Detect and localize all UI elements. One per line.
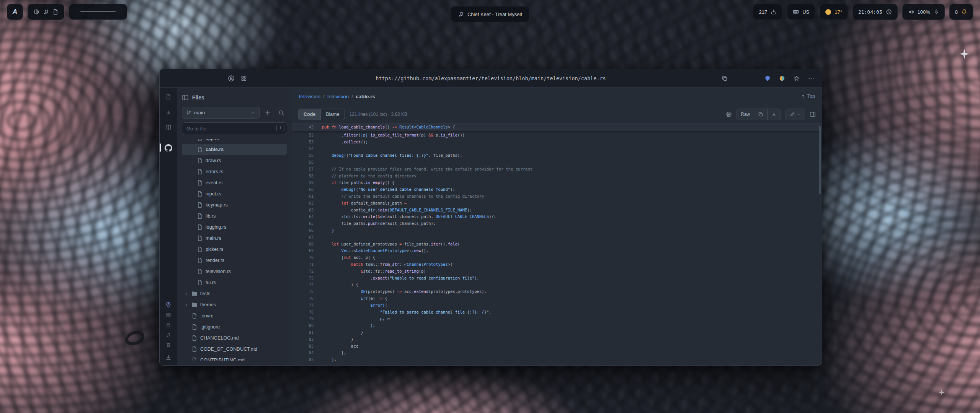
- files-app-icon[interactable]: [52, 9, 59, 15]
- line-number[interactable]: 86: [292, 363, 315, 365]
- line-number[interactable]: 63: [292, 207, 315, 214]
- branch-selector[interactable]: main: [182, 107, 260, 119]
- rail-download-icon[interactable]: [165, 354, 172, 361]
- launcher-button[interactable]: A: [7, 4, 23, 20]
- tree-item-.envrc[interactable]: .envrc: [182, 310, 287, 321]
- rail-apps-icon[interactable]: [166, 312, 171, 318]
- tree-item-event.rs[interactable]: event.rs: [182, 177, 287, 188]
- code-scrollbar[interactable]: [819, 126, 821, 194]
- line-number[interactable]: 77: [292, 302, 315, 309]
- pinned-tab-stats-icon[interactable]: [165, 109, 172, 115]
- download-file-button[interactable]: [767, 109, 781, 120]
- line-number[interactable]: 75: [292, 288, 315, 295]
- symbols-panel-icon[interactable]: [810, 111, 816, 117]
- line-number[interactable]: 54: [292, 145, 315, 152]
- keyboard-layout-pill[interactable]: US: [787, 4, 815, 20]
- collapse-sidebar-icon[interactable]: [182, 94, 189, 101]
- line-number[interactable]: 66: [292, 227, 315, 234]
- tab-code[interactable]: Code: [299, 109, 320, 120]
- pinned-tab-notes-icon[interactable]: [165, 94, 172, 100]
- line-number[interactable]: 85: [292, 356, 315, 363]
- tree-item-picker.rs[interactable]: picker.rs: [182, 244, 287, 255]
- menu-icon[interactable]: [808, 75, 814, 81]
- rail-music-icon[interactable]: [166, 332, 171, 338]
- profile-icon[interactable]: [228, 75, 235, 82]
- line-number[interactable]: 69: [292, 247, 315, 254]
- line-number[interactable]: 59: [292, 179, 315, 186]
- tree-item-logging.rs[interactable]: logging.rs: [182, 221, 287, 233]
- line-number[interactable]: 81: [292, 329, 315, 336]
- line-number[interactable]: 74: [292, 281, 315, 288]
- tree-item-CODE_OF_CONDUCT.md[interactable]: CODE_OF_CONDUCT.md: [182, 343, 287, 354]
- line-number[interactable]: 43: [292, 124, 315, 131]
- print-icon[interactable]: [726, 111, 732, 117]
- breadcrumb-dir[interactable]: television: [327, 94, 349, 99]
- tree-item-CHANGELOG.md[interactable]: CHANGELOG.md: [182, 332, 287, 343]
- workspaces-icon[interactable]: [241, 75, 247, 81]
- line-number[interactable]: 53: [292, 139, 315, 146]
- line-number[interactable]: 84: [292, 350, 315, 356]
- line-number[interactable]: 60: [292, 186, 315, 193]
- adblock-extension-icon[interactable]: [764, 75, 771, 81]
- volume-pill[interactable]: 100%: [902, 4, 945, 20]
- browser-icon[interactable]: [33, 9, 39, 15]
- line-number[interactable]: 83: [292, 343, 315, 350]
- line-number[interactable]: 62: [292, 200, 315, 207]
- bookmark-icon[interactable]: [794, 75, 800, 81]
- line-number[interactable]: 65: [292, 220, 315, 227]
- line-number[interactable]: 82: [292, 336, 315, 343]
- line-number[interactable]: 57: [292, 166, 315, 173]
- notifications-pill[interactable]: 8: [949, 4, 973, 20]
- goto-file-input[interactable]: [182, 122, 287, 135]
- clock-pill[interactable]: 21:04:05: [853, 4, 898, 20]
- url-bar[interactable]: https://github.com/alexpasmantier/televi…: [376, 75, 606, 81]
- rail-location-icon[interactable]: [165, 302, 172, 308]
- search-tree-button[interactable]: [276, 107, 287, 119]
- tree-item-errors.rs[interactable]: errors.rs: [182, 166, 287, 177]
- line-number[interactable]: 80: [292, 322, 315, 329]
- back-to-top-link[interactable]: Top: [801, 94, 815, 99]
- line-number[interactable]: 55: [292, 152, 315, 159]
- line-number[interactable]: 58: [292, 173, 315, 180]
- line-number[interactable]: 68: [292, 241, 315, 248]
- tree-item-tui.rs[interactable]: tui.rs: [182, 277, 287, 288]
- tree-item-cable.rs[interactable]: cable.rs: [182, 144, 287, 155]
- window-title-pill[interactable]: [69, 4, 127, 20]
- tree-item-render.rs[interactable]: render.rs: [182, 255, 287, 266]
- line-number[interactable]: 73: [292, 275, 315, 282]
- edit-file-button[interactable]: [786, 109, 805, 120]
- copy-url-icon[interactable]: [722, 75, 728, 81]
- now-playing-pill[interactable]: Chief Keef - Treat Myself: [451, 6, 529, 22]
- weather-pill[interactable]: 17°: [820, 4, 848, 20]
- line-number[interactable]: 72: [292, 268, 315, 275]
- active-tab-github[interactable]: [160, 143, 177, 153]
- line-number[interactable]: 64: [292, 213, 315, 220]
- tree-item-keymap.rs[interactable]: keymap.rs: [182, 199, 287, 210]
- music-app-icon[interactable]: [43, 9, 49, 15]
- tree-item-television.rs[interactable]: television.rs: [182, 266, 287, 277]
- tree-item-themes[interactable]: themes: [182, 299, 287, 310]
- breadcrumb-repo[interactable]: television: [299, 94, 320, 99]
- tab-blame[interactable]: Blame: [320, 109, 344, 120]
- pinned-tab-docs-icon[interactable]: [165, 124, 172, 130]
- extension-icon[interactable]: [779, 75, 785, 81]
- new-file-button[interactable]: [262, 107, 273, 119]
- line-number[interactable]: 67: [292, 234, 315, 241]
- copy-file-button[interactable]: [754, 109, 767, 120]
- rail-trash-icon[interactable]: [166, 342, 171, 348]
- tree-item-app.rs[interactable]: app.rs: [182, 139, 287, 144]
- tree-item-lib.rs[interactable]: lib.rs: [182, 210, 287, 221]
- tree-item-draw.rs[interactable]: draw.rs: [182, 155, 287, 166]
- line-number[interactable]: 52: [292, 132, 315, 139]
- updates-pill[interactable]: 217: [753, 4, 782, 20]
- line-number[interactable]: 78: [292, 309, 315, 316]
- line-number[interactable]: 76: [292, 295, 315, 302]
- tree-item-.gitignore[interactable]: .gitignore: [182, 321, 287, 332]
- line-number[interactable]: 56: [292, 159, 315, 166]
- tree-item-input.rs[interactable]: input.rs: [182, 188, 287, 199]
- tree-item-main.rs[interactable]: main.rs: [182, 233, 287, 244]
- line-number[interactable]: 70: [292, 254, 315, 261]
- tree-item-CONTRIBUTING.md[interactable]: CONTRIBUTING.md: [182, 354, 287, 361]
- raw-button[interactable]: Raw: [737, 109, 754, 120]
- line-number[interactable]: 71: [292, 261, 315, 268]
